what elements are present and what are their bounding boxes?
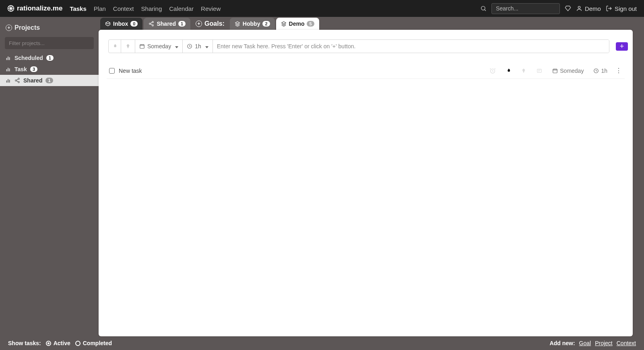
task-row[interactable]: New task	[107, 63, 625, 79]
signout-button[interactable]: Sign out	[606, 5, 637, 12]
task-alarm[interactable]	[489, 68, 496, 74]
sidebar-item-task[interactable]: Task 3	[0, 64, 99, 75]
tabs-bar: Inbox 0 Shared 1 + Goals: Hobby 2 Demo 5	[99, 17, 644, 30]
diamond-icon	[521, 68, 526, 74]
svg-point-2	[578, 6, 580, 8]
bars-icon	[6, 78, 11, 83]
filter-completed[interactable]: Completed	[75, 340, 112, 346]
svg-rect-18	[140, 45, 144, 48]
sidebar-item-count: 1	[46, 55, 54, 61]
plus-circle-icon: +	[196, 21, 202, 27]
newtask-fire-toggle[interactable]	[109, 40, 121, 53]
task-more-menu[interactable]: ⋮	[615, 67, 622, 74]
diamond-icon[interactable]	[565, 5, 571, 12]
share-icon	[149, 21, 154, 27]
newtask-input[interactable]	[213, 40, 609, 53]
svg-rect-22	[553, 69, 557, 72]
tab-count: 2	[262, 21, 270, 27]
footer-bar: Show tasks: Active Completed Add new: Go…	[0, 336, 644, 350]
sidebar-item-label: Scheduled	[14, 55, 43, 61]
brand-logo-icon	[7, 5, 14, 12]
sidebar-item-label: Shared	[23, 77, 42, 84]
tab-shared[interactable]: Shared 1	[144, 18, 190, 30]
svg-point-16	[149, 23, 151, 25]
svg-point-1	[481, 6, 485, 10]
tab-inbox[interactable]: Inbox 0	[100, 18, 142, 30]
add-new-label: Add new:	[550, 340, 575, 346]
user-menu[interactable]: Demo	[576, 5, 601, 12]
svg-rect-8	[9, 68, 10, 71]
calendar-icon	[552, 68, 558, 74]
radio-icon	[75, 341, 80, 346]
nav-tasks[interactable]: Tasks	[70, 5, 86, 12]
fire-icon	[112, 43, 118, 49]
nav-plan[interactable]: Plan	[94, 5, 106, 12]
tab-count: 5	[307, 21, 314, 27]
task-date[interactable]: Someday	[552, 68, 584, 74]
sidebar: + Projects Scheduled 1 Task 3 Shared 1	[0, 17, 99, 336]
svg-rect-6	[6, 69, 7, 71]
sidebar-title: Projects	[14, 24, 40, 31]
task-note[interactable]	[536, 68, 543, 74]
svg-rect-7	[8, 68, 8, 72]
note-icon	[536, 68, 543, 74]
task-fire[interactable]	[506, 68, 511, 74]
sidebar-item-count: 3	[30, 66, 37, 72]
filter-completed-label: Completed	[83, 340, 112, 346]
tab-demo[interactable]: Demo 5	[276, 18, 319, 30]
newtask-add-button[interactable]: +	[616, 42, 628, 51]
add-new-project[interactable]: Project	[595, 340, 613, 346]
add-project-button[interactable]: +	[6, 25, 12, 31]
bars-icon	[6, 55, 11, 61]
newtask-diamond-toggle[interactable]	[121, 40, 135, 53]
task-list: New task	[99, 63, 633, 336]
bars-icon	[6, 66, 11, 72]
search-input[interactable]	[491, 3, 560, 14]
task-checkbox[interactable]	[109, 68, 115, 74]
add-new-context[interactable]: Context	[617, 340, 636, 346]
svg-rect-5	[9, 57, 10, 60]
search-icon[interactable]	[480, 5, 487, 12]
svg-rect-10	[8, 79, 8, 83]
goals-label: Goals:	[204, 20, 225, 27]
newtask-date-label: Someday	[147, 43, 171, 49]
sidebar-header: + Projects	[0, 21, 99, 35]
filter-active[interactable]: Active	[46, 340, 70, 346]
goals-add-button[interactable]: + Goals:	[192, 18, 229, 30]
newtask-duration-label: 1h	[195, 43, 201, 49]
svg-point-17	[152, 25, 154, 26]
sidebar-item-label: Task	[14, 66, 27, 72]
layers-icon	[235, 21, 240, 27]
nav-context[interactable]: Context	[113, 5, 134, 12]
task-diamond[interactable]	[521, 68, 526, 74]
nav-sharing[interactable]: Sharing	[141, 5, 162, 12]
diamond-icon	[125, 43, 131, 49]
calendar-icon	[139, 43, 145, 49]
task-name: New task	[119, 68, 142, 74]
chevron-down-icon	[205, 43, 208, 49]
user-name: Demo	[585, 5, 601, 12]
nav-calendar[interactable]: Calendar	[169, 5, 194, 12]
svg-rect-11	[9, 80, 10, 82]
svg-point-13	[15, 80, 17, 81]
svg-rect-9	[6, 80, 7, 82]
sidebar-item-count: 1	[45, 78, 53, 83]
topbar: rationalize.me Tasks Plan Context Sharin…	[0, 0, 644, 17]
tab-label: Inbox	[113, 21, 128, 27]
task-duration[interactable]: 1h	[593, 68, 607, 74]
alarm-icon	[489, 68, 496, 74]
share-icon	[14, 78, 20, 83]
newtask-date-select[interactable]: Someday	[135, 40, 183, 53]
newtask-duration-select[interactable]: 1h	[183, 40, 213, 53]
sidebar-item-scheduled[interactable]: Scheduled 1	[0, 52, 99, 64]
svg-point-14	[18, 81, 20, 83]
nav-review[interactable]: Review	[201, 5, 221, 12]
add-new-goal[interactable]: Goal	[579, 340, 591, 346]
svg-point-12	[18, 78, 20, 80]
sidebar-item-shared[interactable]: Shared 1	[0, 75, 99, 86]
filter-projects-input[interactable]	[5, 37, 94, 49]
svg-rect-4	[8, 57, 8, 60]
tab-hobby[interactable]: Hobby 2	[230, 18, 275, 30]
brand[interactable]: rationalize.me	[7, 4, 62, 12]
user-icon	[576, 5, 582, 12]
